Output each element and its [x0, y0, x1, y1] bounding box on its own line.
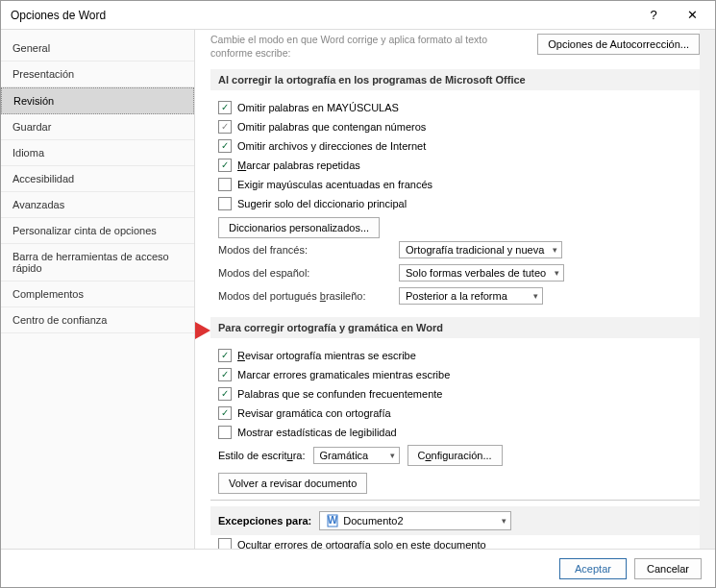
help-button[interactable]: ? [634, 2, 673, 29]
checkbox-mark-grammar[interactable] [218, 368, 232, 381]
label-readability-stats: Mostrar estadísticas de legibilidad [237, 427, 397, 438]
config-button[interactable]: Configuración... [407, 445, 503, 466]
svg-marker-0 [195, 322, 210, 339]
footer: Aceptar Cancelar [1, 549, 715, 587]
sidebar-item-barra-herramientas[interactable]: Barra de herramientas de acceso rápido [1, 244, 194, 282]
sidebar-item-idioma[interactable]: Idioma [1, 140, 194, 166]
exceptions-label: Excepciones para: [218, 515, 311, 527]
checkbox-main-dict-only[interactable] [218, 197, 232, 210]
label-omit-urls: Omitir archivos y direcciones de Interne… [237, 140, 426, 152]
sidebar-item-guardar[interactable]: Guardar [1, 114, 194, 140]
label-grammar-with-spelling: Revisar gramática con ortografía [237, 407, 391, 419]
top-hint: Cambie el modo en que Word corrige y apl… [210, 34, 530, 60]
sidebar-item-accesibilidad[interactable]: Accesibilidad [1, 166, 194, 192]
checkbox-omit-uppercase[interactable] [218, 101, 232, 114]
checkbox-omit-numbers[interactable] [218, 120, 232, 134]
autocorrect-options-button[interactable]: Opciones de Autocorrección... [537, 34, 700, 55]
french-modes-label: Modos del francés: [218, 244, 391, 256]
french-modes-dropdown[interactable]: Ortografía tradicional y nueva [399, 241, 562, 258]
scrollbar[interactable] [700, 30, 715, 549]
checkbox-omit-urls[interactable] [218, 139, 232, 153]
sidebar-item-presentacion[interactable]: Presentación [1, 61, 194, 87]
sidebar: General Presentación Revisión Guardar Id… [1, 30, 195, 549]
label-mark-grammar: Marcar errores gramaticales mientras esc… [237, 369, 450, 380]
checkbox-check-spelling-typing[interactable] [218, 349, 232, 362]
portuguese-modes-label: Modos del portugués brasileño: [218, 290, 391, 302]
label-omit-numbers: Omitir palabras que contengan números [237, 121, 426, 133]
checkbox-repeated-words[interactable] [218, 159, 232, 172]
label-hide-spelling-errors: Ocultar errores de ortografía solo en es… [237, 539, 486, 549]
label-omit-uppercase: Omitir palabras en MAYÚSCULAS [237, 102, 399, 113]
label-french-uppercase: Exigir mayúsculas acentuadas en francés [237, 179, 432, 190]
writing-style-dropdown[interactable]: Gramática [313, 447, 400, 464]
close-button[interactable]: ✕ [673, 2, 711, 29]
spanish-modes-label: Modos del español: [218, 267, 391, 279]
writing-style-label: Estilo de escritura: [218, 450, 306, 461]
sidebar-item-general[interactable]: General [1, 36, 194, 61]
portuguese-modes-dropdown[interactable]: Posterior a la reforma [399, 287, 543, 305]
section-header-spellcheck-word: Para corregir ortografía y gramática en … [210, 317, 700, 338]
spanish-modes-dropdown[interactable]: Solo formas verbales de tuteo [399, 264, 564, 282]
ok-button[interactable]: Aceptar [559, 558, 627, 579]
window-title: Opciones de Word [11, 9, 634, 22]
exceptions-document-dropdown[interactable]: W Documento2 [319, 511, 511, 530]
checkbox-hide-spelling-errors[interactable] [218, 538, 232, 549]
label-check-spelling-typing: Revisar ortografía mientras se escribe [237, 350, 416, 361]
label-main-dict-only: Sugerir solo del diccionario principal [237, 198, 407, 209]
sidebar-item-revision[interactable]: Revisión [1, 87, 194, 114]
sidebar-item-avanzadas[interactable]: Avanzadas [1, 192, 194, 218]
checkbox-confused-words[interactable] [218, 387, 232, 401]
custom-dictionaries-button[interactable]: Diccionarios personalizados... [218, 217, 380, 238]
checkbox-grammar-with-spelling[interactable] [218, 406, 232, 420]
section-header-spellcheck-office: Al corregir la ortografía en los program… [210, 69, 700, 90]
titlebar: Opciones de Word ? ✕ [1, 1, 715, 30]
sidebar-item-complementos[interactable]: Complementos [1, 282, 194, 307]
label-repeated-words: Marcar palabras repetidas [237, 159, 360, 171]
sidebar-item-centro-confianza[interactable]: Centro de confianza [1, 307, 194, 333]
checkbox-french-uppercase[interactable] [218, 178, 232, 191]
cancel-button[interactable]: Cancelar [634, 558, 702, 579]
recheck-document-button[interactable]: Volver a revisar documento [218, 473, 367, 494]
sidebar-item-personalizar-cinta[interactable]: Personalizar cinta de opciones [1, 218, 194, 244]
word-document-icon: W [326, 514, 339, 527]
label-confused-words: Palabras que se confunden frecuentemente [237, 388, 442, 400]
checkbox-readability-stats[interactable] [218, 426, 232, 439]
red-arrow-icon [195, 322, 210, 339]
content-panel: Cambie el modo en que Word corrige y apl… [195, 30, 715, 549]
svg-text:W: W [328, 514, 338, 526]
